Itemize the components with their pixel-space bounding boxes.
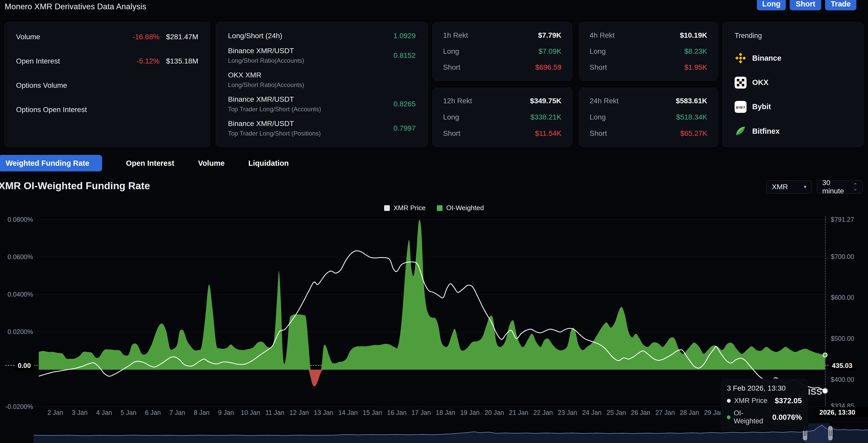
- tooltip-label: OI-Weighted: [734, 409, 769, 425]
- tooltip-row-price: XMR Price $372.05: [727, 397, 802, 405]
- chart-tooltip: 3 Feb 2026, 13:30 XMR Price $372.05 OI-W…: [721, 378, 808, 431]
- series-dot-icon: [727, 399, 731, 403]
- series-dot-icon: [727, 415, 731, 419]
- tooltip-label: XMR Price: [734, 397, 768, 405]
- navigator-right-handle-icon[interactable]: [828, 426, 833, 440]
- navigator-selection-window[interactable]: [805, 423, 830, 443]
- watermark-text: ISS: [808, 387, 822, 397]
- tooltip-date: 3 Feb 2026, 13:30: [727, 384, 802, 393]
- tooltip-value: $372.05: [775, 397, 802, 405]
- funding-rate-chart[interactable]: [0, 0, 868, 443]
- tooltip-value: 0.0076%: [772, 413, 802, 421]
- app-root: { "header": { "title": "Monero XMR Deriv…: [0, 0, 868, 443]
- tooltip-row-funding: OI-Weighted 0.0076%: [727, 409, 802, 425]
- funding-end-marker: [823, 353, 828, 357]
- price-end-marker: [823, 388, 828, 394]
